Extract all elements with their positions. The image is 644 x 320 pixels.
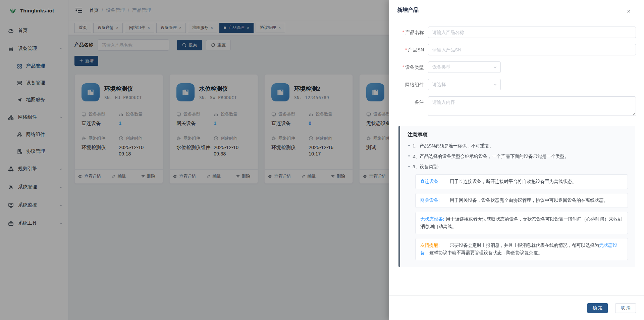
close-icon[interactable]: × xyxy=(627,8,631,14)
remark-textarea[interactable] xyxy=(428,96,636,116)
device-type-link[interactable]: 直连设备: xyxy=(420,179,440,184)
device-type-desc: 用于网关设备，设备状态完全由协议管理，协议中可以返回设备的在离线状态。 xyxy=(450,198,608,203)
device-type-link[interactable]: 无状态设备: xyxy=(420,217,444,222)
form-row-remark: 备注 xyxy=(397,96,636,116)
device-type-note-gateway: 网关设备:用于网关设备，设备状态完全由协议管理，协议中可以返回设备的在离线状态。 xyxy=(415,193,628,208)
note-bullet: 3、设备类型: xyxy=(408,164,628,170)
field-label: 网络组件 xyxy=(397,79,428,90)
select-placeholder: 设备类型 xyxy=(432,64,450,70)
drawer-header: 新增产品 × xyxy=(389,0,644,14)
device-type-note-direct: 直连设备:用于长连接设备，断开连接时平台将自动把设备置为离线状态。 xyxy=(415,174,628,189)
form-row-product-sn: *产品SN xyxy=(397,44,636,55)
field-label: 备注 xyxy=(397,96,428,108)
notes-title: 注意事项 xyxy=(408,132,628,138)
device-type-link[interactable]: 网关设备: xyxy=(420,198,440,203)
form-row-device-type: *设备类型 设备类型 xyxy=(397,61,636,73)
field-label: *产品SN xyxy=(397,44,428,55)
required-asterisk: * xyxy=(402,30,404,35)
device-type-select[interactable]: 设备类型 xyxy=(428,61,501,73)
drawer-title: 新增产品 xyxy=(397,7,419,13)
add-product-drawer: 新增产品 × *产品名称 *产品SN *设备类型 设备类型 网络组件 请选择 xyxy=(389,0,644,320)
device-type-note-stateless: 无状态设备:用于短链接或者无法获取状态的设备，无状态设备可以设置一段时间（心跳时… xyxy=(415,212,628,234)
tip-text: 只要设备会定时上报消息，并且上报消息就代表在线的情况，都可以选择为 xyxy=(450,243,599,248)
cancel-button[interactable]: 取 消 xyxy=(615,303,636,313)
note-bullet: 1、产品SN必须是唯一标识，不可重复。 xyxy=(408,143,628,149)
required-asterisk: * xyxy=(402,64,404,70)
drawer-footer: 确 定 取 消 xyxy=(389,295,644,320)
field-label: *产品名称 xyxy=(397,27,428,38)
select-placeholder: 请选择 xyxy=(432,82,446,88)
product-sn-input[interactable] xyxy=(428,44,636,55)
network-component-select[interactable]: 请选择 xyxy=(428,79,501,90)
form-row-product-name: *产品名称 xyxy=(397,27,636,38)
friendly-tip-note: 友情提醒:只要设备会定时上报消息，并且上报消息就代表在线的情况，都可以选择为无状… xyxy=(415,238,628,260)
friendly-tip-label: 友情提醒: xyxy=(420,243,440,248)
chevron-down-icon xyxy=(493,83,497,87)
chevron-down-icon xyxy=(493,65,497,69)
notes-panel: 注意事项 1、产品SN必须是唯一标识，不可重复。 2、产品选择的设备类型会继承给… xyxy=(398,126,635,267)
field-label: *设备类型 xyxy=(397,61,428,73)
device-type-desc: 用于长连接设备，断开连接时平台将自动把设备置为离线状态。 xyxy=(450,179,577,184)
note-bullet: 2、产品选择的设备类型会继承给设备，一个产品下面的设备只能是一个类型。 xyxy=(408,153,628,159)
tip-text: ，这样协议中就不再需要管理设备状态，降低协议复杂度。 xyxy=(425,250,543,255)
required-asterisk: * xyxy=(405,47,407,52)
confirm-button[interactable]: 确 定 xyxy=(587,303,608,313)
device-type-desc: 用于短链接或者无法获取状态的设备，无状态设备可以设置一段时间（心跳时间）未收到消… xyxy=(420,217,623,229)
product-name-input[interactable] xyxy=(428,27,636,38)
form-row-component: 网络组件 请选择 xyxy=(397,79,636,90)
add-product-form: *产品名称 *产品SN *设备类型 设备类型 网络组件 请选择 备注 xyxy=(389,14,644,116)
